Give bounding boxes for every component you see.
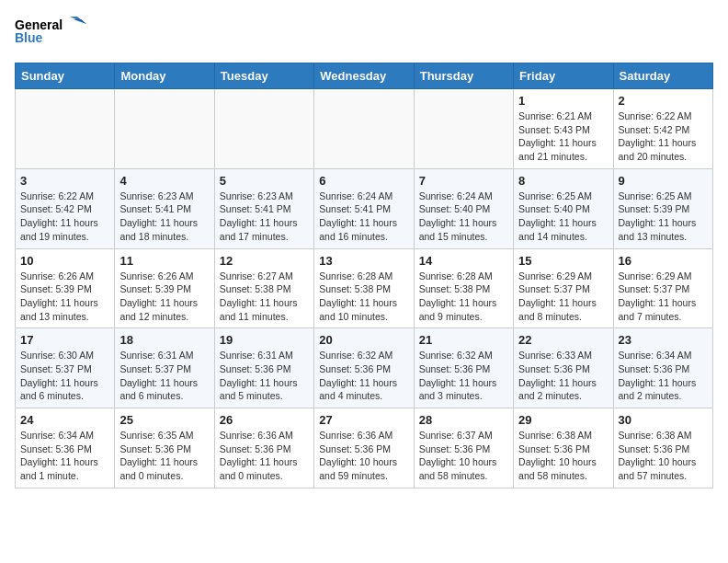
day-number: 29 <box>518 413 608 427</box>
day-number: 16 <box>619 254 708 268</box>
calendar-cell: 14Sunrise: 6:28 AM Sunset: 5:38 PM Dayli… <box>414 248 513 328</box>
day-number: 8 <box>518 174 608 188</box>
calendar-table: SundayMondayTuesdayWednesdayThursdayFrid… <box>15 63 713 488</box>
column-header-friday: Friday <box>514 63 613 89</box>
calendar-cell: 17Sunrise: 6:30 AM Sunset: 5:37 PM Dayli… <box>16 328 115 408</box>
day-number: 13 <box>319 254 408 268</box>
calendar-cell <box>414 89 513 169</box>
calendar-cell <box>115 89 214 169</box>
day-number: 26 <box>220 413 309 427</box>
calendar-week-row: 1Sunrise: 6:21 AM Sunset: 5:43 PM Daylig… <box>16 89 713 169</box>
cell-info: Sunrise: 6:36 AM Sunset: 5:36 PM Dayligh… <box>220 429 309 483</box>
calendar-cell: 11Sunrise: 6:26 AM Sunset: 5:39 PM Dayli… <box>115 248 214 328</box>
calendar-cell <box>16 89 115 169</box>
cell-info: Sunrise: 6:22 AM Sunset: 5:42 PM Dayligh… <box>619 109 708 164</box>
calendar-cell: 18Sunrise: 6:31 AM Sunset: 5:37 PM Dayli… <box>115 328 214 408</box>
column-header-saturday: Saturday <box>613 63 712 89</box>
day-number: 27 <box>319 413 408 427</box>
calendar-cell: 27Sunrise: 6:36 AM Sunset: 5:36 PM Dayli… <box>314 408 414 488</box>
cell-info: Sunrise: 6:25 AM Sunset: 5:39 PM Dayligh… <box>619 190 708 244</box>
day-number: 2 <box>619 94 708 108</box>
calendar-cell: 5Sunrise: 6:23 AM Sunset: 5:41 PM Daylig… <box>214 168 313 248</box>
cell-info: Sunrise: 6:34 AM Sunset: 5:36 PM Dayligh… <box>619 349 708 403</box>
cell-info: Sunrise: 6:26 AM Sunset: 5:39 PM Dayligh… <box>119 270 209 324</box>
calendar-cell: 26Sunrise: 6:36 AM Sunset: 5:36 PM Dayli… <box>214 408 313 488</box>
calendar-cell: 8Sunrise: 6:25 AM Sunset: 5:40 PM Daylig… <box>514 168 613 248</box>
cell-info: Sunrise: 6:32 AM Sunset: 5:36 PM Dayligh… <box>319 349 408 403</box>
calendar-cell: 15Sunrise: 6:29 AM Sunset: 5:37 PM Dayli… <box>514 248 613 328</box>
page-header: GeneralBlue <box>15 15 713 53</box>
cell-info: Sunrise: 6:29 AM Sunset: 5:37 PM Dayligh… <box>619 270 708 324</box>
calendar-cell: 6Sunrise: 6:24 AM Sunset: 5:41 PM Daylig… <box>314 168 414 248</box>
cell-info: Sunrise: 6:33 AM Sunset: 5:36 PM Dayligh… <box>518 349 608 403</box>
column-header-wednesday: Wednesday <box>314 63 414 89</box>
day-number: 28 <box>419 413 508 427</box>
day-number: 22 <box>518 333 608 347</box>
calendar-cell: 25Sunrise: 6:35 AM Sunset: 5:36 PM Dayli… <box>115 408 214 488</box>
day-number: 5 <box>220 174 309 188</box>
cell-info: Sunrise: 6:23 AM Sunset: 5:41 PM Dayligh… <box>119 190 209 244</box>
calendar-header-row: SundayMondayTuesdayWednesdayThursdayFrid… <box>16 63 713 89</box>
calendar-cell: 22Sunrise: 6:33 AM Sunset: 5:36 PM Dayli… <box>514 328 613 408</box>
day-number: 10 <box>20 254 109 268</box>
day-number: 9 <box>619 174 708 188</box>
calendar-cell: 30Sunrise: 6:38 AM Sunset: 5:36 PM Dayli… <box>613 408 712 488</box>
column-header-tuesday: Tuesday <box>214 63 313 89</box>
day-number: 11 <box>119 254 209 268</box>
calendar-week-row: 10Sunrise: 6:26 AM Sunset: 5:39 PM Dayli… <box>16 248 713 328</box>
cell-info: Sunrise: 6:30 AM Sunset: 5:37 PM Dayligh… <box>20 349 109 403</box>
calendar-week-row: 17Sunrise: 6:30 AM Sunset: 5:37 PM Dayli… <box>16 328 713 408</box>
day-number: 12 <box>220 254 309 268</box>
calendar-cell: 13Sunrise: 6:28 AM Sunset: 5:38 PM Dayli… <box>314 248 414 328</box>
cell-info: Sunrise: 6:35 AM Sunset: 5:36 PM Dayligh… <box>119 429 209 483</box>
day-number: 15 <box>518 254 608 268</box>
cell-info: Sunrise: 6:28 AM Sunset: 5:38 PM Dayligh… <box>419 270 508 324</box>
calendar-cell: 19Sunrise: 6:31 AM Sunset: 5:36 PM Dayli… <box>214 328 313 408</box>
logo: GeneralBlue <box>15 15 88 53</box>
calendar-week-row: 24Sunrise: 6:34 AM Sunset: 5:36 PM Dayli… <box>16 408 713 488</box>
cell-info: Sunrise: 6:21 AM Sunset: 5:43 PM Dayligh… <box>518 109 608 164</box>
day-number: 17 <box>20 333 109 347</box>
cell-info: Sunrise: 6:28 AM Sunset: 5:38 PM Dayligh… <box>319 270 408 324</box>
day-number: 23 <box>619 333 708 347</box>
day-number: 3 <box>20 174 109 188</box>
day-number: 19 <box>220 333 309 347</box>
cell-info: Sunrise: 6:37 AM Sunset: 5:36 PM Dayligh… <box>419 429 508 483</box>
svg-marker-2 <box>74 19 86 24</box>
cell-info: Sunrise: 6:34 AM Sunset: 5:36 PM Dayligh… <box>20 429 109 483</box>
day-number: 30 <box>619 413 708 427</box>
cell-info: Sunrise: 6:24 AM Sunset: 5:41 PM Dayligh… <box>319 190 408 244</box>
logo-svg: GeneralBlue <box>15 15 88 53</box>
calendar-cell: 20Sunrise: 6:32 AM Sunset: 5:36 PM Dayli… <box>314 328 414 408</box>
calendar-cell: 23Sunrise: 6:34 AM Sunset: 5:36 PM Dayli… <box>613 328 712 408</box>
cell-info: Sunrise: 6:25 AM Sunset: 5:40 PM Dayligh… <box>518 190 608 244</box>
cell-info: Sunrise: 6:26 AM Sunset: 5:39 PM Dayligh… <box>20 270 109 324</box>
column-header-monday: Monday <box>115 63 214 89</box>
calendar-cell: 10Sunrise: 6:26 AM Sunset: 5:39 PM Dayli… <box>16 248 115 328</box>
day-number: 25 <box>119 413 209 427</box>
day-number: 14 <box>419 254 508 268</box>
day-number: 1 <box>518 94 608 108</box>
day-number: 4 <box>119 174 209 188</box>
svg-text:Blue: Blue <box>15 30 43 45</box>
cell-info: Sunrise: 6:22 AM Sunset: 5:42 PM Dayligh… <box>20 190 109 244</box>
day-number: 20 <box>319 333 408 347</box>
calendar-cell: 9Sunrise: 6:25 AM Sunset: 5:39 PM Daylig… <box>613 168 712 248</box>
cell-info: Sunrise: 6:38 AM Sunset: 5:36 PM Dayligh… <box>619 429 708 483</box>
calendar-cell: 1Sunrise: 6:21 AM Sunset: 5:43 PM Daylig… <box>514 89 613 169</box>
cell-info: Sunrise: 6:27 AM Sunset: 5:38 PM Dayligh… <box>220 270 309 324</box>
calendar-cell: 12Sunrise: 6:27 AM Sunset: 5:38 PM Dayli… <box>214 248 313 328</box>
day-number: 21 <box>419 333 508 347</box>
cell-info: Sunrise: 6:38 AM Sunset: 5:36 PM Dayligh… <box>518 429 608 483</box>
calendar-cell: 7Sunrise: 6:24 AM Sunset: 5:40 PM Daylig… <box>414 168 513 248</box>
cell-info: Sunrise: 6:36 AM Sunset: 5:36 PM Dayligh… <box>319 429 408 483</box>
calendar-cell <box>314 89 414 169</box>
column-header-thursday: Thursday <box>414 63 513 89</box>
cell-info: Sunrise: 6:24 AM Sunset: 5:40 PM Dayligh… <box>419 190 508 244</box>
calendar-cell <box>214 89 313 169</box>
calendar-cell: 16Sunrise: 6:29 AM Sunset: 5:37 PM Dayli… <box>613 248 712 328</box>
cell-info: Sunrise: 6:32 AM Sunset: 5:36 PM Dayligh… <box>419 349 508 403</box>
column-header-sunday: Sunday <box>16 63 115 89</box>
calendar-cell: 21Sunrise: 6:32 AM Sunset: 5:36 PM Dayli… <box>414 328 513 408</box>
calendar-cell: 24Sunrise: 6:34 AM Sunset: 5:36 PM Dayli… <box>16 408 115 488</box>
